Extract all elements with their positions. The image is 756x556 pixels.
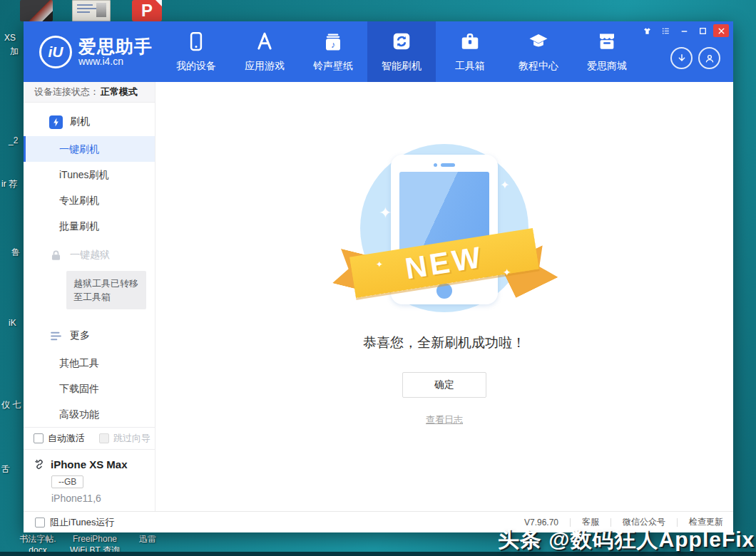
flash-icon bbox=[49, 115, 63, 129]
block-itunes-option: 阻止iTunes运行 bbox=[35, 516, 115, 529]
sidebar-item-pro-flash[interactable]: 专业刷机 bbox=[24, 187, 155, 213]
i4-tools-window: iU 爱思助手 www.i4.cn 我的设备 应用游戏 ♪ bbox=[24, 21, 733, 532]
main-content: ✦ ✦ ✦ NEW ✦ ✦ bbox=[155, 82, 733, 511]
nav-label: 我的设备 bbox=[176, 60, 216, 73]
block-itunes-checkbox[interactable] bbox=[35, 518, 45, 527]
smart-flash-icon bbox=[391, 31, 412, 55]
auto-activate-checkbox[interactable] bbox=[34, 433, 44, 443]
desktop-edge-fragment: _2 bbox=[9, 135, 18, 145]
desktop-edge-fragment: 鲁 bbox=[11, 247, 20, 259]
tab-tutorial-center[interactable]: 教程中心 bbox=[504, 21, 573, 82]
device-info: iPhone XS Max --GB iPhone11,6 bbox=[24, 449, 155, 511]
sidebar-section-more: 更多 bbox=[24, 322, 155, 350]
nav-label: 铃声壁纸 bbox=[313, 60, 353, 73]
close-icon[interactable] bbox=[713, 24, 729, 37]
connection-status-label: 设备连接状态： bbox=[34, 86, 99, 98]
download-icon[interactable] bbox=[670, 47, 693, 69]
phone-speaker bbox=[434, 163, 455, 167]
sidebar-section-label: 刷机 bbox=[70, 115, 90, 128]
desktop-icon-idcard[interactable] bbox=[72, 0, 111, 21]
device-capacity-badge: --GB bbox=[51, 475, 83, 488]
sparkle-icon: ✦ bbox=[503, 267, 511, 278]
sparkle-icon: ✦ bbox=[500, 178, 509, 192]
activation-options: 自动激活 跳过向导 bbox=[24, 427, 155, 449]
tab-apps-games[interactable]: 应用游戏 bbox=[230, 21, 299, 82]
skin-icon[interactable] bbox=[639, 24, 655, 37]
device-model: iPhone11,6 bbox=[51, 493, 155, 504]
sidebar-item-batch-flash[interactable]: 批量刷机 bbox=[24, 213, 155, 239]
toolbox-icon bbox=[459, 31, 481, 55]
ringtone-wallpaper-icon: ♪ bbox=[322, 31, 344, 55]
nav-label: 智能刷机 bbox=[382, 60, 422, 73]
desktop-edge-fragment: 舌 bbox=[1, 463, 10, 475]
sidebar-item-other-tools[interactable]: 其他工具 bbox=[24, 350, 155, 376]
brand-name: 爱思助手 bbox=[78, 37, 153, 56]
sidebar-item-download-firmware[interactable]: 下载固件 bbox=[24, 376, 155, 401]
my-device-icon bbox=[185, 31, 207, 55]
block-itunes-label: 阻止iTunes运行 bbox=[50, 516, 115, 529]
sidebar-item-advanced-features[interactable]: 高级功能 bbox=[24, 401, 155, 427]
desktop-icon-p-app[interactable]: P bbox=[132, 0, 162, 21]
new-ribbon: NEW ✦ ✦ bbox=[342, 235, 547, 292]
skip-wizard-label: 跳过向导 bbox=[113, 432, 150, 445]
store-icon bbox=[596, 31, 618, 55]
skip-wizard-checkbox[interactable] bbox=[99, 433, 109, 443]
sparkle-icon: ✦ bbox=[376, 259, 383, 269]
app-games-icon bbox=[254, 31, 275, 55]
new-badge-text: NEW bbox=[403, 240, 486, 287]
desktop-icon-label[interactable]: 迅雷 bbox=[130, 533, 165, 545]
app-header: iU 爱思助手 www.i4.cn 我的设备 应用游戏 ♪ bbox=[24, 21, 733, 82]
minimize-icon[interactable] bbox=[676, 24, 692, 37]
desktop-edge-fragment: XS bbox=[4, 33, 16, 43]
maximize-icon[interactable] bbox=[695, 24, 710, 37]
view-log-link[interactable]: 查看日志 bbox=[426, 413, 463, 426]
p-app-letter: P bbox=[141, 1, 153, 20]
user-account-icon[interactable] bbox=[698, 47, 720, 69]
sidebar: 设备连接状态： 正常模式 刷机 一键刷机 iTunes刷机 专业刷机 批量刷机 … bbox=[24, 82, 155, 511]
sparkle-icon: ✦ bbox=[379, 204, 392, 222]
desktop-icon-photo[interactable] bbox=[20, 0, 53, 21]
desktop-edge-fragment: 加 bbox=[10, 46, 19, 58]
broken-link-icon bbox=[34, 458, 46, 470]
success-illustration: ✦ ✦ ✦ NEW ✦ ✦ bbox=[352, 144, 537, 315]
connection-status-value: 正常模式 bbox=[101, 86, 138, 98]
tab-my-devices[interactable]: 我的设备 bbox=[162, 21, 230, 82]
brand[interactable]: iU 爱思助手 www.i4.cn bbox=[39, 36, 162, 68]
idcard-line bbox=[77, 4, 93, 6]
desktop-edge-fragment: ir 荐 bbox=[1, 178, 17, 190]
desktop-edge-fragment: iK bbox=[9, 318, 16, 328]
more-icon bbox=[49, 329, 63, 343]
app-body: 设备连接状态： 正常模式 刷机 一键刷机 iTunes刷机 专业刷机 批量刷机 … bbox=[24, 82, 733, 511]
sidebar-item-label: 一键越狱 bbox=[70, 249, 110, 262]
brand-url: www.i4.cn bbox=[78, 56, 153, 67]
tab-smart-flash[interactable]: 智能刷机 bbox=[367, 21, 436, 82]
sidebar-section-label: 更多 bbox=[70, 329, 90, 342]
tutorial-center-icon bbox=[528, 31, 549, 55]
svg-text:♪: ♪ bbox=[331, 40, 335, 50]
auto-activate-label: 自动激活 bbox=[48, 432, 85, 445]
window-controls bbox=[639, 24, 729, 38]
tab-toolbox[interactable]: 工具箱 bbox=[436, 21, 504, 82]
tab-ringtones-wallpapers[interactable]: ♪ 铃声壁纸 bbox=[299, 21, 367, 82]
brand-text: 爱思助手 www.i4.cn bbox=[78, 37, 153, 67]
nav-label: 教程中心 bbox=[519, 60, 558, 73]
idcard-line bbox=[77, 11, 90, 13]
idcard-line bbox=[77, 8, 97, 9]
nav-label: 爱思商城 bbox=[587, 60, 627, 73]
device-name: iPhone XS Max bbox=[51, 458, 128, 470]
i4-logo: iU bbox=[39, 36, 72, 68]
sidebar-section-flash: 刷机 bbox=[24, 108, 155, 136]
sidebar-item-one-click-flash[interactable]: 一键刷机 bbox=[24, 136, 155, 162]
success-message: 恭喜您，全新刷机成功啦！ bbox=[363, 334, 526, 352]
watermark-text: 头条 @数码狂人AppleFix bbox=[498, 525, 755, 555]
header-quick-actions bbox=[670, 47, 720, 69]
nav-label: 应用游戏 bbox=[245, 60, 285, 73]
sidebar-item-itunes-flash[interactable]: iTunes刷机 bbox=[24, 162, 155, 187]
sidebar-menu: 刷机 一键刷机 iTunes刷机 专业刷机 批量刷机 一键越狱 越狱工具已转移至… bbox=[24, 103, 155, 427]
idcard-photo bbox=[96, 3, 106, 17]
menu-list-icon[interactable] bbox=[658, 24, 673, 37]
jailbreak-note: 越狱工具已转移至工具箱 bbox=[66, 271, 146, 309]
tab-i4-store[interactable]: 爱思商城 bbox=[573, 21, 641, 82]
connection-status: 设备连接状态： 正常模式 bbox=[24, 82, 155, 103]
confirm-button[interactable]: 确定 bbox=[402, 372, 486, 398]
